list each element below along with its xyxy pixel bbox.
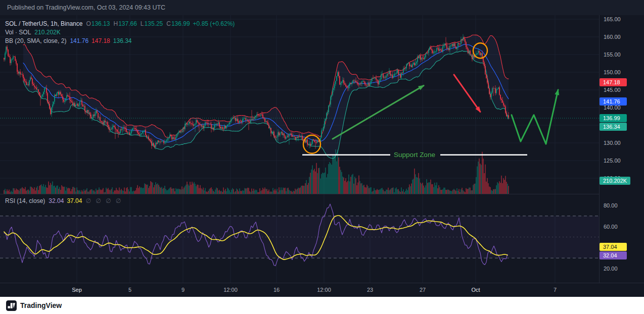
change-value: +0.85 (+0.62%) (193, 20, 235, 27)
open-label: O (86, 20, 90, 27)
bb-basis-value: 141.76 (70, 37, 88, 44)
price-tick: 145.00 (604, 87, 621, 93)
breakdown-arrow[interactable] (454, 75, 481, 113)
rsi-pane[interactable]: RSI (14, close)32.0437.04∅ ∅ ∅ ∅ (0, 194, 644, 283)
price-tick: 150.00 (604, 69, 621, 75)
support-zone-label[interactable]: Support Zone (394, 151, 435, 159)
time-tick: 27 (420, 287, 426, 293)
bb-lower-value: 136.34 (113, 37, 132, 44)
bb-upper-value: 147.18 (91, 37, 110, 44)
low-label: L (141, 20, 144, 27)
price-tick: 155.00 (604, 51, 621, 58)
brand-text: TradingView (20, 301, 62, 309)
time-tick: 5 (128, 287, 131, 293)
rsi-tick: 20.00 (604, 266, 618, 272)
rsi-badge: 32.04 (600, 251, 627, 259)
open-value: 136.13 (91, 20, 110, 27)
bb-title: BB (20, SMA, close, 2) (5, 37, 66, 44)
rsi-ma-value: 37.04 (67, 197, 82, 204)
time-tick: 9 (181, 287, 185, 293)
tradingview-snapshot: Published on TradingView.com, Oct 03, 20… (0, 0, 644, 314)
rsi-ma-badge: 37.04 (600, 243, 627, 251)
rsi-tick: 80.00 (604, 202, 618, 208)
last-price-badge: 136.99 (600, 114, 627, 122)
main-chart-legend: SOL / TetherUS, 1h, BinanceO136.13H137.6… (5, 19, 235, 45)
price-tick: 130.00 (604, 140, 621, 146)
high-value: 137.66 (118, 20, 137, 27)
time-tick: 12:00 (317, 287, 331, 293)
projection-zigzag-arrow[interactable] (512, 89, 559, 144)
published-bar: Published on TradingView.com, Oct 03, 20… (0, 0, 644, 15)
rsi-legend-row[interactable]: RSI (14, close)32.0437.04∅ ∅ ∅ ∅ (5, 196, 122, 205)
time-tick: 23 (367, 287, 373, 293)
time-axis[interactable]: Sep5912:001612:002327Oct7 (0, 283, 644, 297)
rsi-canvas[interactable] (0, 194, 599, 283)
bottom-bar: TradingView (0, 297, 644, 314)
low-value: 135.25 (145, 20, 163, 27)
main-price-pane[interactable]: Support Zone SOL / TetherUS, 1h, Binance… (0, 15, 644, 194)
time-tick: 12:00 (223, 287, 238, 293)
bb-upper-badge: 147.18 (600, 78, 627, 86)
time-tick: 16 (273, 287, 280, 293)
bb-basis-badge: 141.76 (600, 97, 627, 106)
symbol-legend-row[interactable]: SOL / TetherUS, 1h, BinanceO136.13H137.6… (5, 19, 235, 28)
chart-area: Support Zone SOL / TetherUS, 1h, Binance… (0, 15, 644, 297)
close-label: C (166, 20, 171, 27)
volume-badge: 210.202K (600, 177, 630, 185)
rsi-hidden-values: ∅ ∅ ∅ ∅ (85, 197, 122, 204)
volume-value: 210.202K (34, 29, 60, 36)
rsi-value: 32.04 (49, 197, 64, 204)
close-value: 136.99 (171, 20, 190, 27)
time-tick: Sep (72, 287, 82, 293)
rsi-title: RSI (14, close) (5, 197, 45, 204)
tradingview-link[interactable]: TradingView (6, 300, 62, 311)
price-tick: 165.00 (604, 16, 621, 22)
rsi-legend: RSI (14, close)32.0437.04∅ ∅ ∅ ∅ (5, 196, 122, 205)
price-tick: 125.00 (604, 158, 621, 164)
published-text: Published on TradingView.com, Oct 03, 20… (7, 4, 165, 11)
rsi-tick: 60.00 (604, 224, 618, 230)
high-label: H (113, 20, 118, 27)
volume-title: Vol · SOL (5, 29, 31, 36)
symbol-title: SOL / TetherUS, 1h, Binance (5, 20, 82, 27)
price-tick: 160.00 (604, 34, 621, 40)
tradingview-logo (6, 300, 17, 311)
bb-lower-badge: 136.34 (600, 123, 627, 131)
time-tick: 7 (554, 287, 557, 293)
volume-legend-row[interactable]: Vol · SOL210.202K (5, 28, 235, 36)
bb-legend-row[interactable]: BB (20, SMA, close, 2)141.76147.18136.34 (5, 36, 235, 45)
price-axis[interactable]: 165.00160.00155.00150.00145.00140.00135.… (599, 15, 644, 283)
time-tick: Oct (471, 287, 480, 293)
